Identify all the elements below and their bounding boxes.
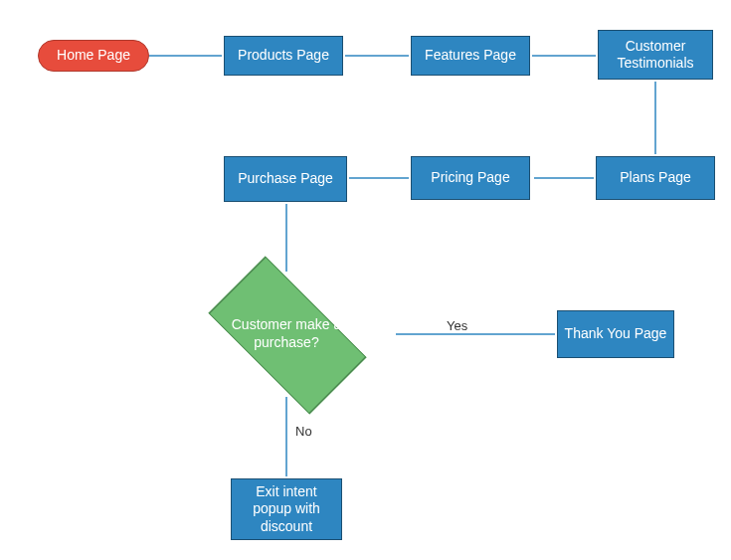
node-purchase-page: Purchase Page — [224, 156, 347, 202]
node-label: Features Page — [425, 47, 516, 65]
node-label: Purchase Page — [238, 170, 333, 188]
node-features-page: Features Page — [411, 36, 530, 76]
node-thank-you-page: Thank You Page — [557, 310, 674, 358]
edges-layer — [0, 0, 731, 560]
node-label: Pricing Page — [431, 169, 509, 187]
flowchart-canvas: Home Page Products Page Features Page Cu… — [0, 0, 731, 560]
node-home-page: Home Page — [38, 40, 149, 72]
node-products-page: Products Page — [224, 36, 343, 76]
node-plans-page: Plans Page — [596, 156, 715, 200]
node-customer-testimonials: Customer Testimonials — [598, 30, 713, 80]
node-pricing-page: Pricing Page — [411, 156, 530, 200]
node-label: Products Page — [238, 47, 329, 65]
node-label: Exit intent popup with discount — [238, 483, 335, 536]
edge-label-yes: Yes — [447, 318, 467, 333]
node-decision: Customer make a purchase? — [211, 259, 362, 410]
node-label: Plans Page — [620, 169, 691, 187]
node-label: Customer make a purchase? — [232, 316, 341, 350]
node-label: Thank You Page — [565, 325, 667, 343]
edge-label-no: No — [295, 424, 312, 439]
node-label: Customer Testimonials — [605, 38, 706, 73]
node-label: Home Page — [57, 47, 130, 65]
node-exit-intent-popup: Exit intent popup with discount — [231, 478, 342, 540]
